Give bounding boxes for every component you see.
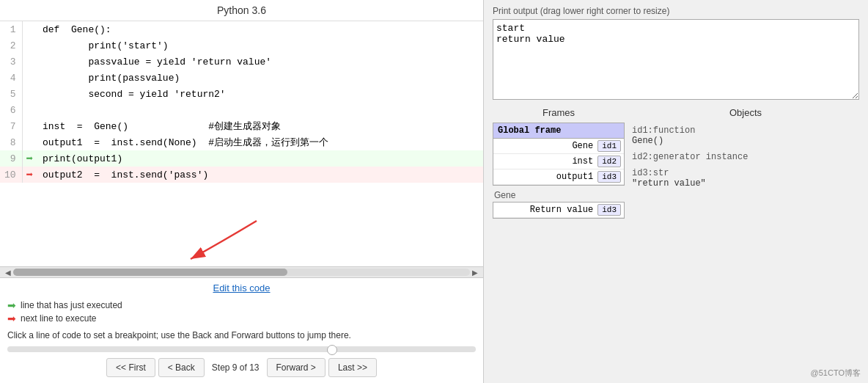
frames-column: Frames Global frame Geneid1instid2output… [493, 107, 625, 219]
frame-id: id2 [597, 156, 621, 167]
line-arrow: ➡ [22, 167, 37, 183]
line-arrow: ➡ [22, 150, 37, 167]
frame-name: Gene [496, 141, 597, 151]
objects-column: Objects id1:functionGene()id2:generator … [632, 107, 859, 219]
progress-track[interactable] [7, 346, 476, 352]
right-panel: Print output (drag lower right corner to… [484, 0, 868, 383]
line-code[interactable]: print(output1) [37, 150, 483, 167]
print-output-box[interactable] [493, 19, 859, 100]
gene-frame-name: Return value [496, 205, 597, 215]
frame-row: Geneid1 [493, 139, 624, 154]
frame-name: output1 [496, 172, 597, 182]
progress-thumb[interactable] [327, 345, 337, 355]
line-arrow [22, 134, 37, 150]
line-code[interactable]: print('start') [37, 37, 483, 54]
line-code[interactable]: output1 = inst.send(None) #启动生成器，运行到第一个 [37, 134, 483, 150]
line-number[interactable]: 9 [0, 150, 22, 167]
scrollbar-track[interactable] [13, 269, 470, 276]
line-code[interactable]: def Gene(): [37, 21, 483, 37]
red-line-arrow: ➡ [26, 169, 33, 182]
scroll-right-arrow[interactable]: ▶ [470, 269, 480, 277]
code-table: 1def Gene():2 print('start')3 passvalue … [0, 21, 483, 183]
code-title: Python 3.6 [0, 0, 483, 21]
nav-buttons: << First < Back Step 9 of 13 Forward > L… [0, 355, 483, 383]
objects-area: id1:functionGene()id2:generator instance… [632, 123, 859, 197]
line-number[interactable]: 8 [0, 134, 22, 150]
frame-row: instid2 [493, 154, 624, 169]
global-frame-box: Global frame Geneid1instid2output1id3 [493, 123, 625, 186]
line-code[interactable] [37, 102, 483, 118]
green-arrow-icon: ➡ [7, 299, 16, 311]
red-arrow-icon: ➡ [7, 313, 16, 324]
frame-row: output1id3 [493, 169, 624, 185]
code-area: 1def Gene():2 print('start')3 passvalue … [0, 21, 483, 266]
green-annotation-label: line that has just executed [21, 300, 122, 310]
line-arrow [22, 102, 37, 118]
frame-id: id3 [597, 171, 621, 183]
global-frame-rows: Geneid1instid2output1id3 [493, 139, 624, 185]
arrow-annotation [147, 214, 293, 266]
object-label: id2:generator instance [632, 152, 748, 162]
object-value: "return value" [632, 178, 706, 189]
line-number[interactable]: 7 [0, 118, 22, 134]
objects-title: Objects [632, 107, 859, 118]
first-button[interactable]: << First [106, 358, 155, 377]
line-arrow [22, 54, 37, 70]
line-arrow [22, 118, 37, 134]
line-arrow [22, 86, 37, 102]
annotations: ➡ line that has just executed ➡ next lin… [0, 296, 483, 329]
line-number[interactable]: 5 [0, 86, 22, 102]
forward-button[interactable]: Forward > [267, 358, 326, 377]
object-item: id3:str"return value" [632, 168, 859, 189]
object-label: id1:function [632, 125, 695, 136]
line-number[interactable]: 4 [0, 70, 22, 86]
scroll-left-arrow[interactable]: ◀ [3, 269, 13, 277]
edit-link-area: Edit this code [0, 278, 483, 296]
line-number[interactable]: 3 [0, 54, 22, 70]
left-panel: Python 3.6 1def Gene():2 print('start')3… [0, 0, 484, 383]
line-number[interactable]: 10 [0, 167, 22, 183]
line-code[interactable]: inst = Gene() #创建生成器对象 [37, 118, 483, 134]
green-annotation-row: ➡ line that has just executed [7, 299, 476, 311]
line-code[interactable]: output2 = inst.send('pass') [37, 167, 483, 183]
print-output-label: Print output (drag lower right corner to… [493, 6, 859, 16]
line-arrow [22, 21, 37, 37]
line-arrow [22, 37, 37, 54]
frames-title: Frames [493, 107, 625, 118]
red-annotation-row: ➡ next line to execute [7, 313, 476, 324]
horizontal-scrollbar[interactable]: ◀ ▶ [0, 266, 483, 278]
line-number[interactable]: 2 [0, 37, 22, 54]
green-line-arrow: ➡ [26, 153, 33, 166]
edit-code-link[interactable]: Edit this code [213, 282, 270, 293]
breakpoint-hint: Click a line of code to set a breakpoint… [0, 329, 483, 343]
frame-name: inst [496, 156, 597, 167]
line-code[interactable]: print(passvalue) [37, 70, 483, 86]
red-annotation-label: next line to execute [21, 313, 96, 324]
progress-bar-area [0, 343, 483, 355]
line-number[interactable]: 6 [0, 102, 22, 118]
gene-frame-box: Return valueid3 [493, 202, 625, 219]
back-button[interactable]: < Back [158, 358, 205, 377]
last-button[interactable]: Last >> [328, 358, 377, 377]
line-code[interactable]: passvalue = yield 'return value' [37, 54, 483, 70]
scrollbar-thumb[interactable] [13, 269, 287, 276]
frame-id: id1 [597, 140, 621, 152]
gene-frame-id: id3 [597, 204, 621, 216]
object-value: Gene() [632, 136, 663, 146]
object-label: id3:str [632, 168, 669, 178]
watermark: @51CTO博客 [811, 368, 861, 379]
line-number[interactable]: 1 [0, 21, 22, 37]
object-item: id2:generator instance [632, 152, 859, 162]
frames-objects: Frames Global frame Geneid1instid2output… [493, 107, 859, 219]
line-arrow [22, 70, 37, 86]
object-item: id1:functionGene() [632, 125, 859, 146]
step-label: Step 9 of 13 [207, 358, 264, 377]
global-frame-header: Global frame [493, 123, 624, 139]
gene-frame-row: Return valueid3 [493, 203, 624, 218]
gene-frame-rows: Return valueid3 [493, 203, 624, 218]
line-code[interactable]: second = yield 'return2' [37, 86, 483, 102]
gene-frame-label: Gene [493, 190, 625, 200]
